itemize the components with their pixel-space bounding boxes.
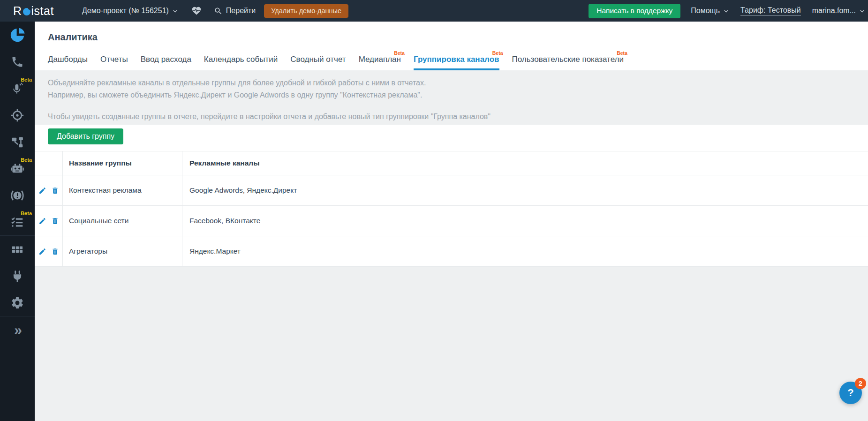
robot-icon xyxy=(10,162,24,176)
table-body: Контекстная реклама Google Adwords, Янде… xyxy=(35,175,868,266)
sidebar-item-tasks[interactable]: Beta xyxy=(0,209,35,235)
tab-1[interactable]: Дашборды xyxy=(48,55,88,70)
sidebar-item-speech-analytics[interactable]: Beta xyxy=(0,75,35,102)
sidebar-item-robot[interactable]: Beta xyxy=(0,155,35,182)
roistat-logo[interactable]: R istat xyxy=(13,4,54,18)
health-monitor-button[interactable] xyxy=(191,6,202,16)
edit-icon[interactable] xyxy=(38,187,46,195)
row-channels-cell: Яндекс.Маркет xyxy=(182,236,868,266)
row-actions xyxy=(35,206,63,236)
sidebar-item-scenarios[interactable] xyxy=(0,128,35,155)
description-line: Объединяйте рекламные каналы в отдельные… xyxy=(48,77,855,89)
beta-badge: Beta xyxy=(394,50,405,56)
tab-label: Отчеты xyxy=(100,55,128,64)
delete-icon[interactable] xyxy=(51,217,59,225)
row-channels-cell: Facebook, ВКонтакте xyxy=(182,206,868,236)
sidebar-item-calls[interactable] xyxy=(0,48,35,75)
help-widget-button[interactable]: ? 2 xyxy=(839,382,862,404)
phone-icon xyxy=(11,55,24,68)
add-group-button[interactable]: Добавить группу xyxy=(48,128,123,144)
write-support-button[interactable]: Написать в поддержку xyxy=(589,4,680,18)
row-channels-cell: Google Adwords, Яндекс.Директ xyxy=(182,175,868,205)
user-menu[interactable]: marina.fom... xyxy=(812,7,865,15)
notification-badge: 2 xyxy=(855,378,866,389)
checklist-icon xyxy=(10,215,24,229)
description-line: Например, вы сможете объединить Яндекс.Д… xyxy=(48,89,855,101)
target-icon xyxy=(10,108,24,122)
help-label: Помощь xyxy=(691,7,720,15)
sidebar-item-settings[interactable] xyxy=(0,289,35,316)
beta-badge: Beta xyxy=(21,210,32,216)
logo-o-icon xyxy=(23,8,30,15)
header-cell-group-name: Название группы xyxy=(63,151,182,175)
tab-label: Дашборды xyxy=(48,55,88,64)
description-line: Чтобы увидеть созданные группы в отчете,… xyxy=(48,111,855,123)
project-selector[interactable]: Демо-проект (№ 156251) xyxy=(82,7,178,15)
tab-label: Пользовательские показатели xyxy=(512,55,624,64)
beta-badge: Beta xyxy=(21,157,32,163)
sidebar-item-target[interactable] xyxy=(0,102,35,128)
header-cell-channels: Рекламные каналы xyxy=(182,151,868,175)
logo-text-r: R xyxy=(13,4,22,18)
sidebar: Beta xyxy=(0,22,35,421)
table-row: Социальные сети Facebook, ВКонтакте xyxy=(35,205,868,236)
delete-icon[interactable] xyxy=(51,248,59,256)
beta-badge: Beta xyxy=(617,50,627,56)
help-menu[interactable]: Помощь xyxy=(691,7,729,15)
double-chevron-icon: » xyxy=(14,325,21,335)
edit-icon[interactable] xyxy=(38,248,46,256)
beta-badge: Beta xyxy=(492,50,503,56)
page-title: Аналитика xyxy=(48,32,868,43)
group-channels: Яндекс.Маркет xyxy=(189,247,241,256)
chevron-down-icon xyxy=(172,8,178,14)
table-row: Контекстная реклама Google Adwords, Янде… xyxy=(35,175,868,205)
logo-text-rest: istat xyxy=(31,4,54,18)
sidebar-item-analytics[interactable] xyxy=(0,22,35,48)
apps-grid-icon xyxy=(11,243,24,256)
sidebar-item-expand[interactable]: » xyxy=(0,316,35,343)
sitemap-icon xyxy=(10,135,24,149)
groups-table: Название группы Рекламные каналы Контекс… xyxy=(35,151,868,267)
tab-label: Календарь событий xyxy=(204,55,278,64)
tabs: ДашбордыОтчетыВвод расходаКалендарь собы… xyxy=(48,50,868,70)
main-content: Аналитика ДашбордыОтчетыВвод расходаКале… xyxy=(35,22,868,421)
chevron-down-icon xyxy=(859,8,865,14)
tariff-link[interactable]: Тариф: Тестовый xyxy=(740,6,801,16)
delete-icon[interactable] xyxy=(51,187,59,195)
group-name: Агрегаторы xyxy=(69,247,107,256)
tab-label: Группировка каналов xyxy=(414,55,499,64)
tab-8[interactable]: Пользовательские показателиBeta xyxy=(512,55,624,70)
tab-5[interactable]: Сводный отчет xyxy=(290,55,346,70)
group-name: Контекстная реклама xyxy=(69,186,142,195)
plug-icon xyxy=(10,269,24,283)
group-channels: Google Adwords, Яндекс.Директ xyxy=(189,186,297,195)
tab-6[interactable]: МедиапланBeta xyxy=(359,55,401,70)
chevron-down-icon xyxy=(723,8,729,14)
project-label: Демо-проект (№ 156251) xyxy=(82,7,169,15)
tab-2[interactable]: Отчеты xyxy=(100,55,128,70)
search-icon xyxy=(214,7,223,15)
tab-4[interactable]: Календарь событий xyxy=(204,55,278,70)
roistat-app: R istat Демо-проект (№ 156251) Перейти У… xyxy=(0,0,868,421)
bottom-filler xyxy=(35,267,868,421)
topbar: R istat Демо-проект (№ 156251) Перейти У… xyxy=(0,0,868,22)
group-name: Социальные сети xyxy=(69,217,128,225)
go-to-search[interactable]: Перейти xyxy=(214,7,256,15)
column-title: Название группы xyxy=(69,159,132,167)
row-actions xyxy=(35,236,63,266)
page-head: Аналитика ДашбордыОтчетыВвод расходаКале… xyxy=(35,22,868,70)
sidebar-item-integrations[interactable] xyxy=(0,263,35,289)
sidebar-item-alerts[interactable] xyxy=(0,182,35,209)
go-label: Перейти xyxy=(226,7,256,15)
group-channels: Facebook, ВКонтакте xyxy=(189,217,260,225)
tab-7[interactable]: Группировка каналовBeta xyxy=(414,55,499,70)
pie-chart-icon xyxy=(9,27,25,43)
row-name-cell: Контекстная реклама xyxy=(63,175,182,205)
tab-3[interactable]: Ввод расхода xyxy=(141,55,191,70)
sidebar-item-apps[interactable] xyxy=(0,236,35,263)
edit-icon[interactable] xyxy=(38,217,46,225)
row-name-cell: Социальные сети xyxy=(63,206,182,236)
delete-demo-data-button[interactable]: Удалить демо-данные xyxy=(264,4,348,18)
tab-label: Медиаплан xyxy=(359,55,401,64)
microphone-icon xyxy=(11,82,24,95)
